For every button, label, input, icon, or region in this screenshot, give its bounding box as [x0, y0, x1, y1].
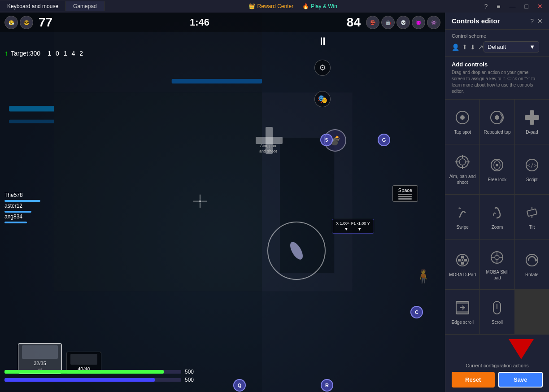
pause-button[interactable]: ⏸ [318, 35, 328, 48]
aim-circle[interactable] [267, 222, 326, 280]
share-icon[interactable]: ↗ [478, 44, 484, 51]
player-names: The578 aster12 ang834 [4, 192, 40, 224]
moba-skill-icon [489, 249, 505, 266]
save-button[interactable]: Save [498, 372, 543, 388]
close-button[interactable]: ✕ [535, 2, 545, 11]
score-left: 77 [39, 15, 52, 30]
hud-stats: ↑ Target:300 1 0 1 4 2 [0, 48, 445, 58]
maximize-button[interactable]: □ [522, 2, 531, 11]
team-left: 😤 😎 77 [4, 15, 56, 30]
key-5[interactable]: 5 [320, 134, 333, 146]
swipe-icon-wrap [453, 204, 471, 222]
ctrl-script[interactable]: </> Script [515, 144, 549, 195]
help-icon[interactable]: ? [530, 17, 534, 25]
ctrl-moba-dpad[interactable]: MOBA D-Pad [445, 240, 479, 290]
score-right: 84 [347, 15, 361, 30]
ctrl-scroll-label: Scroll [492, 319, 503, 325]
menu-button[interactable]: ≡ [494, 2, 503, 11]
add-controls-title: Add controls [452, 61, 543, 68]
ctrl-moba-dpad-label: MOBA D-Pad [449, 272, 476, 278]
armor-value: 500 [185, 377, 198, 383]
ctrl-tap-spot[interactable]: Tap spot [445, 100, 479, 144]
key-c[interactable]: C [410, 306, 423, 318]
tap-spot-icon-wrap [453, 109, 471, 126]
ctrl-tap-spot-label: Tap spot [454, 129, 471, 135]
free-look-icon [489, 157, 505, 173]
free-look-icon-wrap [488, 156, 506, 174]
player-2: aster12 [4, 203, 40, 209]
crown-icon: 👑 [248, 3, 255, 9]
ctrl-free-look-label: Free look [488, 177, 507, 183]
moba-dpad-icon-wrap [453, 251, 471, 269]
reward-center[interactable]: 👑 Reward Center [248, 3, 293, 9]
space-control[interactable]: Space [392, 185, 418, 202]
mask-icon: 🎭 [314, 91, 331, 107]
target-text: Target:300 [11, 50, 40, 57]
ctrl-tilt[interactable]: Tilt [515, 195, 549, 239]
svg-point-20 [460, 115, 465, 120]
ctrl-free-look[interactable]: Free look [480, 144, 514, 195]
dpad-icon-wrap [523, 109, 541, 126]
ctrl-moba-skill-label: MOBA Skill pad [483, 269, 511, 281]
f1-down-right: ▼ [357, 226, 362, 231]
tab-keyboard-mouse[interactable]: Keyboard and mouse [0, 1, 66, 11]
footer-label: Current configuration actions [452, 363, 543, 368]
game-viewport: 😤 😎 77 1:46 84 👺 🤖 💀 😈 👾 ↑ Target:300 1 [0, 13, 445, 392]
ctrl-edge-scroll-label: Edge scroll [451, 319, 473, 325]
ctrl-swipe[interactable]: Swipe [445, 195, 479, 239]
upload-icon[interactable]: ⬆ [462, 44, 467, 51]
settings-button[interactable]: ⚙ [314, 60, 331, 76]
player-3: ang834 [4, 213, 40, 220]
weapon-1-ammo: 32/35 [34, 361, 46, 366]
ctrl-dpad[interactable]: D-pad [515, 100, 549, 144]
close-panel-icon[interactable]: ✕ [537, 17, 543, 25]
aim-icon-wrap [453, 153, 471, 171]
key-q[interactable]: Q [233, 379, 246, 392]
help-button[interactable]: ? [482, 2, 491, 11]
svg-rect-53 [456, 301, 469, 304]
ctrl-repeated-tap[interactable]: Repeated tap [480, 100, 514, 144]
ctrl-rotate[interactable]: Rotate [515, 240, 549, 290]
ctrl-scroll[interactable]: Scroll [480, 290, 514, 334]
download-icon[interactable]: ⬇ [470, 44, 475, 51]
ctrl-tilt-label: Tilt [529, 224, 535, 230]
tab-group: Keyboard and mouse Gamepad [0, 1, 105, 11]
scheme-row: Control scheme 👤 ⬆ ⬇ ↗ Default ▼ [445, 30, 549, 57]
ctrl-zoom[interactable]: Zoom [480, 195, 514, 239]
key-r[interactable]: R [321, 379, 333, 392]
player-1: The578 [4, 192, 40, 198]
minimize-button[interactable]: — [507, 2, 518, 11]
panel-footer: Current configuration actions Reset Save [445, 334, 549, 392]
reset-button[interactable]: Reset [452, 372, 495, 388]
svg-rect-7 [172, 79, 262, 83]
hud-timer-area: 1:46 [56, 17, 343, 28]
ctrl-edge-scroll[interactable]: Edge scroll [445, 290, 479, 334]
f1-control[interactable]: X 1.00+ F1 -1.00 Y ▼ ▼ [332, 219, 374, 234]
stat-nums: 1 0 1 4 2 [48, 50, 83, 57]
svg-marker-51 [536, 258, 537, 262]
tilt-icon-wrap [523, 204, 541, 222]
repeated-tap-icon [489, 109, 505, 126]
scheme-label: Control scheme [452, 33, 543, 39]
avatar-1: 😤 [4, 16, 18, 29]
scroll-icon [489, 300, 505, 316]
ctrl-aim-pan-shoot[interactable]: Aim, pan and shoot [445, 144, 479, 195]
armor-bar-bg [4, 378, 181, 382]
arrow-indicator [452, 339, 543, 359]
ctrl-script-label: Script [526, 177, 538, 183]
tab-gamepad[interactable]: Gamepad [66, 1, 105, 11]
ctrl-moba-skill[interactable]: MOBA Skill pad [480, 240, 514, 290]
key-g[interactable]: G [378, 134, 390, 146]
weapon-1-icon [22, 345, 58, 359]
player-3-bar [4, 222, 27, 223]
panel-title: Controls editor [452, 17, 500, 25]
avatar-7: 👾 [427, 16, 440, 29]
play-win[interactable]: 🔥 Play & Win [302, 3, 337, 9]
title-bar: Keyboard and mouse Gamepad 👑 Reward Cent… [0, 0, 549, 13]
swipe-icon [454, 205, 471, 221]
tilt-icon [524, 205, 540, 221]
hp-bar-bg [4, 370, 181, 374]
aim-pan-shoot-label: Aim, panand shoot [259, 144, 277, 154]
scheme-dropdown[interactable]: Default ▼ [484, 41, 539, 52]
svg-point-26 [459, 159, 466, 165]
